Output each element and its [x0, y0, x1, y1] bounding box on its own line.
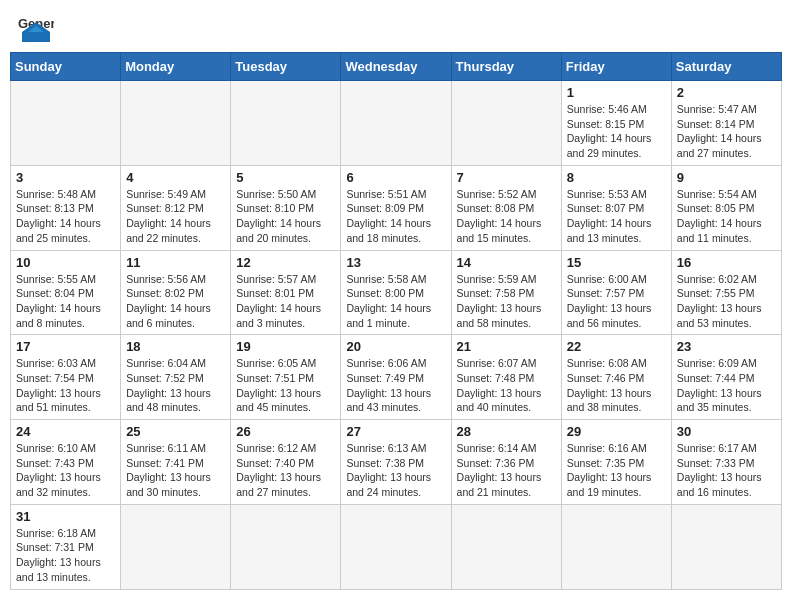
day-number: 3	[16, 170, 115, 185]
day-info: Sunrise: 5:49 AM Sunset: 8:12 PM Dayligh…	[126, 187, 225, 246]
calendar-cell: 11Sunrise: 5:56 AM Sunset: 8:02 PM Dayli…	[121, 250, 231, 335]
calendar-cell	[561, 504, 671, 589]
day-number: 19	[236, 339, 335, 354]
calendar-week-1: 1Sunrise: 5:46 AM Sunset: 8:15 PM Daylig…	[11, 81, 782, 166]
day-info: Sunrise: 6:17 AM Sunset: 7:33 PM Dayligh…	[677, 441, 776, 500]
calendar-week-6: 31Sunrise: 6:18 AM Sunset: 7:31 PM Dayli…	[11, 504, 782, 589]
day-number: 29	[567, 424, 666, 439]
calendar-cell: 16Sunrise: 6:02 AM Sunset: 7:55 PM Dayli…	[671, 250, 781, 335]
calendar-week-2: 3Sunrise: 5:48 AM Sunset: 8:13 PM Daylig…	[11, 165, 782, 250]
day-info: Sunrise: 6:16 AM Sunset: 7:35 PM Dayligh…	[567, 441, 666, 500]
day-number: 5	[236, 170, 335, 185]
calendar-cell: 21Sunrise: 6:07 AM Sunset: 7:48 PM Dayli…	[451, 335, 561, 420]
calendar-cell: 24Sunrise: 6:10 AM Sunset: 7:43 PM Dayli…	[11, 420, 121, 505]
day-info: Sunrise: 6:00 AM Sunset: 7:57 PM Dayligh…	[567, 272, 666, 331]
calendar-cell	[451, 504, 561, 589]
calendar-cell: 9Sunrise: 5:54 AM Sunset: 8:05 PM Daylig…	[671, 165, 781, 250]
col-header-thursday: Thursday	[451, 53, 561, 81]
day-number: 10	[16, 255, 115, 270]
calendar-cell: 27Sunrise: 6:13 AM Sunset: 7:38 PM Dayli…	[341, 420, 451, 505]
calendar-cell	[121, 504, 231, 589]
day-info: Sunrise: 5:57 AM Sunset: 8:01 PM Dayligh…	[236, 272, 335, 331]
day-number: 30	[677, 424, 776, 439]
day-number: 26	[236, 424, 335, 439]
calendar-cell: 13Sunrise: 5:58 AM Sunset: 8:00 PM Dayli…	[341, 250, 451, 335]
day-info: Sunrise: 5:48 AM Sunset: 8:13 PM Dayligh…	[16, 187, 115, 246]
day-number: 21	[457, 339, 556, 354]
calendar-cell: 5Sunrise: 5:50 AM Sunset: 8:10 PM Daylig…	[231, 165, 341, 250]
calendar-cell	[341, 504, 451, 589]
col-header-friday: Friday	[561, 53, 671, 81]
day-info: Sunrise: 6:02 AM Sunset: 7:55 PM Dayligh…	[677, 272, 776, 331]
day-number: 25	[126, 424, 225, 439]
logo-icon: General	[18, 14, 54, 42]
col-header-sunday: Sunday	[11, 53, 121, 81]
calendar-cell	[451, 81, 561, 166]
calendar-cell	[231, 504, 341, 589]
calendar-cell	[231, 81, 341, 166]
day-info: Sunrise: 6:03 AM Sunset: 7:54 PM Dayligh…	[16, 356, 115, 415]
day-number: 27	[346, 424, 445, 439]
day-number: 22	[567, 339, 666, 354]
day-info: Sunrise: 6:13 AM Sunset: 7:38 PM Dayligh…	[346, 441, 445, 500]
col-header-wednesday: Wednesday	[341, 53, 451, 81]
calendar-cell	[341, 81, 451, 166]
calendar-cell: 28Sunrise: 6:14 AM Sunset: 7:36 PM Dayli…	[451, 420, 561, 505]
day-info: Sunrise: 6:04 AM Sunset: 7:52 PM Dayligh…	[126, 356, 225, 415]
calendar-cell: 4Sunrise: 5:49 AM Sunset: 8:12 PM Daylig…	[121, 165, 231, 250]
calendar-cell: 18Sunrise: 6:04 AM Sunset: 7:52 PM Dayli…	[121, 335, 231, 420]
day-number: 16	[677, 255, 776, 270]
day-number: 9	[677, 170, 776, 185]
day-info: Sunrise: 6:06 AM Sunset: 7:49 PM Dayligh…	[346, 356, 445, 415]
calendar-week-4: 17Sunrise: 6:03 AM Sunset: 7:54 PM Dayli…	[11, 335, 782, 420]
calendar-cell: 10Sunrise: 5:55 AM Sunset: 8:04 PM Dayli…	[11, 250, 121, 335]
day-number: 18	[126, 339, 225, 354]
calendar-cell	[11, 81, 121, 166]
calendar-cell: 25Sunrise: 6:11 AM Sunset: 7:41 PM Dayli…	[121, 420, 231, 505]
day-info: Sunrise: 6:14 AM Sunset: 7:36 PM Dayligh…	[457, 441, 556, 500]
day-number: 17	[16, 339, 115, 354]
day-info: Sunrise: 5:52 AM Sunset: 8:08 PM Dayligh…	[457, 187, 556, 246]
day-info: Sunrise: 5:58 AM Sunset: 8:00 PM Dayligh…	[346, 272, 445, 331]
day-number: 7	[457, 170, 556, 185]
day-number: 4	[126, 170, 225, 185]
calendar-cell: 20Sunrise: 6:06 AM Sunset: 7:49 PM Dayli…	[341, 335, 451, 420]
calendar-cell: 12Sunrise: 5:57 AM Sunset: 8:01 PM Dayli…	[231, 250, 341, 335]
calendar-cell: 1Sunrise: 5:46 AM Sunset: 8:15 PM Daylig…	[561, 81, 671, 166]
day-info: Sunrise: 6:09 AM Sunset: 7:44 PM Dayligh…	[677, 356, 776, 415]
calendar-week-5: 24Sunrise: 6:10 AM Sunset: 7:43 PM Dayli…	[11, 420, 782, 505]
day-info: Sunrise: 6:07 AM Sunset: 7:48 PM Dayligh…	[457, 356, 556, 415]
day-info: Sunrise: 5:59 AM Sunset: 7:58 PM Dayligh…	[457, 272, 556, 331]
calendar-cell: 2Sunrise: 5:47 AM Sunset: 8:14 PM Daylig…	[671, 81, 781, 166]
calendar-cell: 6Sunrise: 5:51 AM Sunset: 8:09 PM Daylig…	[341, 165, 451, 250]
day-info: Sunrise: 5:50 AM Sunset: 8:10 PM Dayligh…	[236, 187, 335, 246]
calendar-cell: 30Sunrise: 6:17 AM Sunset: 7:33 PM Dayli…	[671, 420, 781, 505]
calendar-cell: 23Sunrise: 6:09 AM Sunset: 7:44 PM Dayli…	[671, 335, 781, 420]
day-number: 15	[567, 255, 666, 270]
col-header-monday: Monday	[121, 53, 231, 81]
calendar-cell: 31Sunrise: 6:18 AM Sunset: 7:31 PM Dayli…	[11, 504, 121, 589]
calendar-cell: 8Sunrise: 5:53 AM Sunset: 8:07 PM Daylig…	[561, 165, 671, 250]
day-info: Sunrise: 5:47 AM Sunset: 8:14 PM Dayligh…	[677, 102, 776, 161]
day-number: 8	[567, 170, 666, 185]
day-number: 20	[346, 339, 445, 354]
calendar-cell: 3Sunrise: 5:48 AM Sunset: 8:13 PM Daylig…	[11, 165, 121, 250]
day-info: Sunrise: 6:11 AM Sunset: 7:41 PM Dayligh…	[126, 441, 225, 500]
col-header-tuesday: Tuesday	[231, 53, 341, 81]
calendar-cell: 14Sunrise: 5:59 AM Sunset: 7:58 PM Dayli…	[451, 250, 561, 335]
day-number: 6	[346, 170, 445, 185]
calendar-table: SundayMondayTuesdayWednesdayThursdayFrid…	[10, 52, 782, 590]
day-info: Sunrise: 6:12 AM Sunset: 7:40 PM Dayligh…	[236, 441, 335, 500]
day-number: 2	[677, 85, 776, 100]
calendar-cell: 7Sunrise: 5:52 AM Sunset: 8:08 PM Daylig…	[451, 165, 561, 250]
calendar-cell: 22Sunrise: 6:08 AM Sunset: 7:46 PM Dayli…	[561, 335, 671, 420]
day-number: 23	[677, 339, 776, 354]
calendar-cell: 26Sunrise: 6:12 AM Sunset: 7:40 PM Dayli…	[231, 420, 341, 505]
day-number: 1	[567, 85, 666, 100]
day-info: Sunrise: 6:08 AM Sunset: 7:46 PM Dayligh…	[567, 356, 666, 415]
day-info: Sunrise: 5:54 AM Sunset: 8:05 PM Dayligh…	[677, 187, 776, 246]
calendar-header-row: SundayMondayTuesdayWednesdayThursdayFrid…	[11, 53, 782, 81]
page-header: General	[10, 10, 782, 46]
calendar-cell: 17Sunrise: 6:03 AM Sunset: 7:54 PM Dayli…	[11, 335, 121, 420]
calendar-cell: 15Sunrise: 6:00 AM Sunset: 7:57 PM Dayli…	[561, 250, 671, 335]
